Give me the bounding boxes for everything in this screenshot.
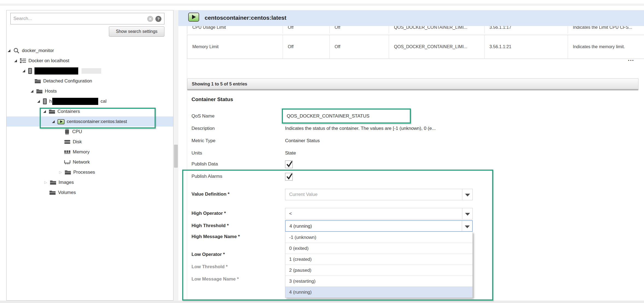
cell-qos-name: QOS_DOCKER_CONTAINER_LIMI... <box>389 35 485 59</box>
redaction-ghost <box>82 68 101 74</box>
caret-expanded-icon[interactable] <box>8 49 11 52</box>
network-icon <box>64 160 71 165</box>
tree-item-label: Disk <box>73 139 82 145</box>
units-value: State <box>285 150 296 156</box>
folder-icon <box>50 180 56 185</box>
page-title: centoscontainer:centos:latest <box>205 15 286 21</box>
annotation-box-qos-name <box>282 108 411 124</box>
play-icon <box>188 13 199 22</box>
publish-data-checkbox[interactable] <box>285 161 293 168</box>
table-row-memory-limit[interactable]: Memory Limit Off Off QOS_DOCKER_CONTAINE… <box>187 35 644 59</box>
tree-item-label: Docker on localhost <box>28 58 69 64</box>
tree-item-label-prefix: h <box>49 99 52 104</box>
caret-expanded-icon[interactable] <box>14 59 18 62</box>
tree-item-label: Images <box>59 180 74 185</box>
bottom-strip <box>0 301 644 303</box>
tree-item-label: Memory <box>73 149 89 155</box>
table-status-bar: Showing 1 to 5 of 5 entries <box>187 78 639 90</box>
tree-item-label: Detached Configuration <box>43 78 92 84</box>
folder-icon <box>65 170 71 175</box>
caret-expanded-icon[interactable] <box>22 69 26 73</box>
cell-publish-data: Off <box>283 35 330 59</box>
cpu-icon <box>64 129 70 135</box>
redaction-bar <box>52 98 98 105</box>
cell-metric: Memory Limit <box>187 35 283 59</box>
profile-list-icon <box>20 58 26 64</box>
tree-item-disk[interactable]: Disk <box>7 137 637 147</box>
section-title: Container Status <box>192 96 233 102</box>
table-cells: CPU Usage Limit Off Off QOS_DOCKER_CONTA… <box>187 26 644 33</box>
cell-qos-name: QOS_DOCKER_CONTAINER_LIMI... <box>389 26 485 33</box>
search-profile-icon <box>13 47 20 54</box>
annotation-box-alarm-config <box>182 170 493 301</box>
tree-item-label: Network <box>73 159 90 165</box>
clear-search-icon[interactable]: ✕ <box>147 16 153 22</box>
top-strip <box>0 4 644 6</box>
checkmark-icon <box>286 160 293 167</box>
tree-item-label: CPU <box>72 129 82 135</box>
tree-item-label: Hosts <box>45 88 57 94</box>
memory-icon <box>64 150 71 154</box>
annotation-box-tree <box>40 108 156 128</box>
host-server-icon <box>43 98 47 105</box>
cell-description: Indicates the Limit CPU CFS... <box>568 26 644 33</box>
table-row-cpu-usage-limit[interactable]: CPU Usage Limit Off Off QOS_DOCKER_CONTA… <box>187 26 644 35</box>
disk-icon <box>64 140 71 144</box>
cell-oid: 3.56.1.1:21 <box>485 35 568 59</box>
tree-item-host-redacted[interactable] <box>7 66 637 76</box>
show-search-settings-button[interactable]: Show search settings <box>109 26 164 37</box>
caret-expanded-icon[interactable] <box>37 100 40 103</box>
tree-item-label: Processes <box>73 170 95 175</box>
folder-icon <box>36 89 43 94</box>
cell-description: Indicates the memory limit. <box>568 35 644 59</box>
tree-item-host-cal-redacted[interactable]: h cal <box>7 96 637 106</box>
publish-data-label: Publish Data <box>192 161 218 167</box>
caret-expanded-icon[interactable] <box>31 90 34 93</box>
cell-metric: CPU Usage Limit <box>187 26 283 33</box>
search-input[interactable] <box>13 14 139 23</box>
units-label: Units <box>192 150 202 156</box>
tree-item-label: cal <box>100 99 106 104</box>
metric-type-label: Metric Type <box>192 138 216 144</box>
caret-collapsed-icon[interactable]: ▷ <box>44 181 48 184</box>
tree-item-label: Volumes <box>58 190 76 195</box>
metric-type-value: Container Status <box>285 138 320 144</box>
host-server-icon <box>28 68 32 74</box>
scrollbar-thumb[interactable] <box>174 145 178 168</box>
caret-collapsed-icon[interactable]: ▷ <box>59 171 62 174</box>
tree-item-network[interactable]: Network <box>7 157 637 167</box>
cell-publish-alarms: Off <box>330 35 389 59</box>
redaction-bar <box>34 67 78 75</box>
qos-name-label: QoS Name <box>192 113 214 119</box>
search-box: ✕ ? <box>10 13 164 24</box>
description-label: Description <box>192 126 215 131</box>
folder-icon <box>34 79 41 84</box>
cell-publish-alarms: Off <box>330 26 389 33</box>
folder-icon <box>49 190 56 195</box>
cell-oid: 3.56.1.1:17 <box>485 26 568 33</box>
tree-item-label: docker_monitor <box>22 48 54 53</box>
help-icon[interactable]: ? <box>155 16 161 22</box>
screen: ✕ ? Show search settings docker_monitor … <box>0 0 644 303</box>
tree-item-memory[interactable]: Memory <box>7 147 637 157</box>
description-value: Indicates the status of the container. T… <box>285 126 436 131</box>
table-cells: Memory Limit Off Off QOS_DOCKER_CONTAINE… <box>187 35 644 59</box>
cell-publish-data: Off <box>283 26 330 33</box>
